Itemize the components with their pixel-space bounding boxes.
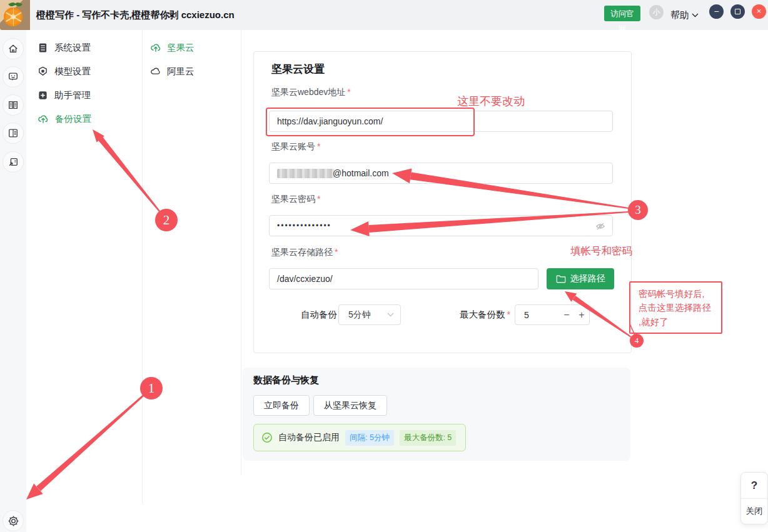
gear-icon [8,515,19,527]
annotation-note-path-line: 密码帐号填好后, [639,287,719,301]
backup-restore-panel: 数据备份与恢复 立即备份 从坚果云恢复 自动备份已启用 间隔: 5分钟 最大备份… [243,368,630,461]
tab-aliyun[interactable]: 阿里云 [150,62,231,81]
auto-backup-value: 5分钟 [348,309,371,321]
app-logo [0,0,30,30]
max-backup-badge: 最大备份数: 5 [400,430,456,446]
annotation-note-credentials: 填帐号和密码 [570,244,632,258]
annotation-note-path-line: 点击这里选择路径 [639,301,719,314]
max-backup-stepper[interactable]: 5 − + [515,304,590,325]
sidebar-item-assistant-manage[interactable]: 助手管理 [38,86,138,104]
assistant-manage-icon [38,90,48,101]
tab-label: 坚果云 [167,42,195,54]
choose-path-label: 选择路径 [570,273,605,284]
max-backup-label: 最大备份数* [460,304,510,325]
auto-backup-label: 自动备份 [301,304,337,325]
minimize-button[interactable]: − [709,4,724,19]
annotation-step-4: 4 [630,334,644,348]
home-icon [8,43,19,54]
title-bar: 橙橙写作 - 写作不卡壳,橙橙帮你剥 ccxiezuo.cn 访问官网 小 帮助… [0,0,768,30]
content-divider [241,30,241,475]
interval-badge: 间隔: 5分钟 [345,430,394,446]
annotation-note-path: 密码帐号填好后, 点击这里选择路径 ,就好了 [629,281,722,334]
cloud-upload-icon [38,113,49,124]
annotation-step-2: 2 [155,209,178,231]
toggle-password-visibility[interactable] [595,221,605,233]
sidebar-item-label: 助手管理 [54,89,91,101]
chevron-down-icon [387,313,394,317]
card-title: 坚果云设置 [271,62,325,76]
annotation-note-path-line: ,就好了 [639,315,719,329]
path-label: 坚果云存储路径* [271,247,338,258]
app-window: 橙橙写作 - 写作不卡壳,橙橙帮你剥 ccxiezuo.cn 访问官网 小 帮助… [0,0,768,532]
annotation-step-1: 1 [140,377,163,399]
open-book-icon [8,99,19,111]
webdav-input[interactable]: https://dav.jianguoyun.com/ [269,111,613,132]
max-backup-value: 5 [515,310,559,320]
webdav-value: https://dav.jianguoyun.com/ [277,116,383,126]
reader-layout-button[interactable] [3,123,24,144]
settings-gear-button[interactable] [3,510,24,531]
folder-icon [556,274,566,283]
library-button[interactable] [3,94,24,116]
cloud-upload-icon [150,42,161,53]
annotation-arrow-1 [36,394,145,491]
account-input[interactable]: @hotmail.com [269,163,613,184]
tab-nutstore[interactable]: 坚果云 [150,38,231,57]
restore-button[interactable]: 从坚果云恢复 [313,395,387,416]
status-text: 自动备份已启用 [278,432,340,443]
close-help-button[interactable]: 关闭 [741,499,767,524]
required-mark: * [347,87,350,97]
required-mark: * [317,141,320,151]
model-settings-icon [38,66,48,77]
layout-icon [8,128,19,139]
help-menu[interactable]: 帮助 [670,0,699,30]
tab-label: 阿里云 [167,66,195,78]
auto-backup-status-bar: 自动备份已启用 间隔: 5分钟 最大备份数: 5 [253,424,466,451]
sidebar-item-label: 模型设置 [54,66,91,78]
sidebar-item-label: 备份设置 [55,113,91,125]
maximize-icon [735,9,740,14]
decrement-button[interactable]: − [559,309,574,321]
sidebar-item-backup-settings[interactable]: 备份设置 [38,109,138,128]
required-mark: * [335,247,338,257]
floating-help-widget: ? 关闭 [740,472,768,524]
cloud-icon [150,66,161,77]
webdav-label: 坚果云webdev地址* [271,87,351,98]
auto-backup-select[interactable]: 5分钟 [338,304,401,325]
check-circle-icon [261,432,273,443]
account-visible-value: @hotmail.com [333,168,389,178]
path-input[interactable]: /dav/ccxiezuo/ [269,268,538,289]
sidebar-item-label: 系统设置 [54,42,91,54]
annotation-arrow-2 [98,137,160,212]
annotation-note-webdav: 这里不要改动 [457,94,525,109]
home-button[interactable] [3,38,24,59]
panel-arrow-icon [8,156,19,168]
required-mark: * [317,194,320,204]
password-input[interactable]: •••••••••••••• [269,215,613,236]
account-label: 坚果云账号* [271,141,320,153]
app-title: 橙橙写作 - 写作不卡壳,橙橙帮你剥 ccxiezuo.cn [36,0,235,30]
backup-now-button[interactable]: 立即备份 [253,395,310,416]
font-size-toggle[interactable]: 小 [649,5,664,19]
icon-rail [0,30,26,532]
backup-panel-title: 数据备份与恢复 [253,374,319,386]
menu-divider [142,30,143,503]
visit-site-button[interactable]: 访问官网 [604,6,640,21]
export-panel-button[interactable] [3,151,24,173]
sidebar-item-model-settings[interactable]: 模型设置 [38,62,138,81]
chat-button[interactable] [3,66,24,88]
help-question-button[interactable]: ? [741,473,767,498]
choose-path-button[interactable]: 选择路径 [547,268,614,289]
maximize-button[interactable] [730,4,745,19]
chevron-down-icon [692,13,699,18]
nutstore-settings-card: 坚果云设置 坚果云webdev地址* https://dav.jianguoyu… [253,51,632,353]
required-mark: * [507,309,511,319]
eye-off-icon [595,221,605,231]
increment-button[interactable]: + [574,309,589,321]
sidebar-item-system-settings[interactable]: 系统设置 [38,38,138,57]
annotation-step-3: 3 [628,200,648,220]
close-button[interactable]: × [752,4,766,19]
redacted-account-blur [277,169,335,178]
system-settings-icon [38,43,48,53]
help-label: 帮助 [670,0,689,30]
